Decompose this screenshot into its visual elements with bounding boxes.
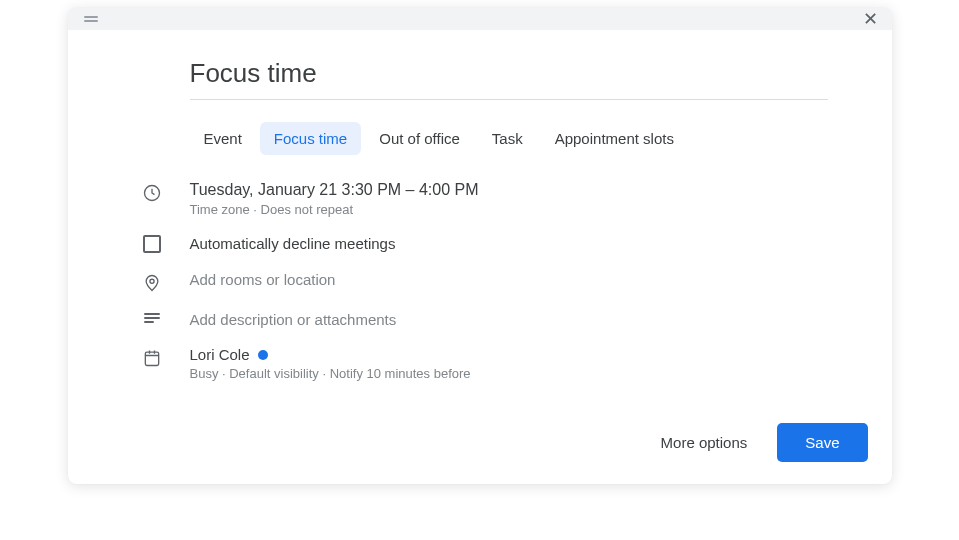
location-pin-icon bbox=[132, 271, 172, 293]
tab-appointment-slots[interactable]: Appointment slots bbox=[541, 122, 688, 155]
datetime-body: Tuesday, January 21 3:30 PM – 4:00 PM Ti… bbox=[190, 181, 828, 217]
clock-icon bbox=[132, 181, 172, 203]
event-create-dialog: ✕ Focus time Event Focus time Out of off… bbox=[68, 8, 892, 484]
dialog-content: Focus time Event Focus time Out of offic… bbox=[68, 30, 892, 423]
checkbox-icon[interactable] bbox=[132, 235, 172, 253]
calendar-owner-row[interactable]: Lori Cole bbox=[190, 346, 828, 363]
event-type-tabs: Event Focus time Out of office Task Appo… bbox=[190, 122, 828, 155]
svg-rect-2 bbox=[145, 352, 158, 365]
tab-out-of-office[interactable]: Out of office bbox=[365, 122, 474, 155]
svg-point-1 bbox=[149, 279, 153, 283]
tab-event[interactable]: Event bbox=[190, 122, 256, 155]
location-placeholder[interactable]: Add rooms or location bbox=[190, 271, 828, 288]
description-placeholder[interactable]: Add description or attachments bbox=[190, 311, 828, 328]
auto-decline-row[interactable]: Automatically decline meetings bbox=[132, 235, 828, 253]
drag-handle-icon[interactable] bbox=[84, 16, 98, 22]
dialog-titlebar: ✕ bbox=[68, 8, 892, 30]
auto-decline-label: Automatically decline meetings bbox=[190, 235, 828, 252]
event-title-input[interactable]: Focus time bbox=[190, 58, 828, 100]
save-button[interactable]: Save bbox=[777, 423, 867, 462]
datetime-primary[interactable]: Tuesday, January 21 3:30 PM – 4:00 PM bbox=[190, 181, 828, 199]
calendar-color-dot bbox=[258, 350, 268, 360]
calendar-icon bbox=[132, 346, 172, 368]
tab-task[interactable]: Task bbox=[478, 122, 537, 155]
calendar-meta[interactable]: Busy · Default visibility · Notify 10 mi… bbox=[190, 366, 828, 381]
datetime-secondary[interactable]: Time zone · Does not repeat bbox=[190, 202, 828, 217]
calendar-owner: Lori Cole bbox=[190, 346, 250, 363]
location-row[interactable]: Add rooms or location bbox=[132, 271, 828, 293]
more-options-button[interactable]: More options bbox=[649, 424, 760, 461]
description-row[interactable]: Add description or attachments bbox=[132, 311, 828, 328]
calendar-row[interactable]: Lori Cole Busy · Default visibility · No… bbox=[132, 346, 828, 381]
description-icon bbox=[132, 311, 172, 323]
tab-focus-time[interactable]: Focus time bbox=[260, 122, 361, 155]
close-icon[interactable]: ✕ bbox=[859, 8, 882, 30]
datetime-row[interactable]: Tuesday, January 21 3:30 PM – 4:00 PM Ti… bbox=[132, 181, 828, 217]
calendar-body: Lori Cole Busy · Default visibility · No… bbox=[190, 346, 828, 381]
dialog-footer: More options Save bbox=[68, 423, 892, 484]
